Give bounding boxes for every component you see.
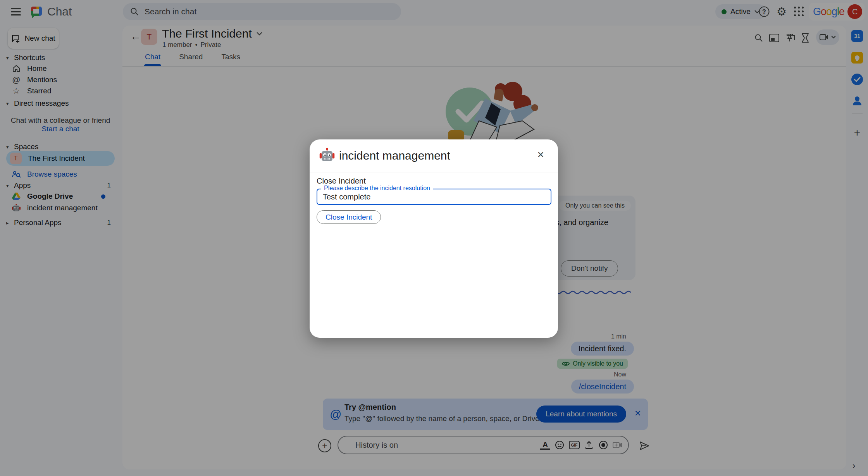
resolution-field-wrapper: Please describe the incident resolution <box>317 189 551 205</box>
robot-icon <box>319 147 335 163</box>
dialog-divider <box>310 172 558 172</box>
close-incident-heading: Close Incident <box>317 177 366 186</box>
dialog-header: incident management × <box>310 139 558 172</box>
incident-management-dialog: incident management × Close Incident Ple… <box>310 139 558 338</box>
close-incident-button[interactable]: Close Incident <box>317 210 381 224</box>
resolution-field-label: Please describe the incident resolution <box>321 185 433 192</box>
google-chat-app: Chat Search in chat Active ? ⚙ Google C … <box>0 0 868 476</box>
dialog-title: incident management <box>339 149 450 162</box>
dialog-close-icon[interactable]: × <box>537 148 544 161</box>
